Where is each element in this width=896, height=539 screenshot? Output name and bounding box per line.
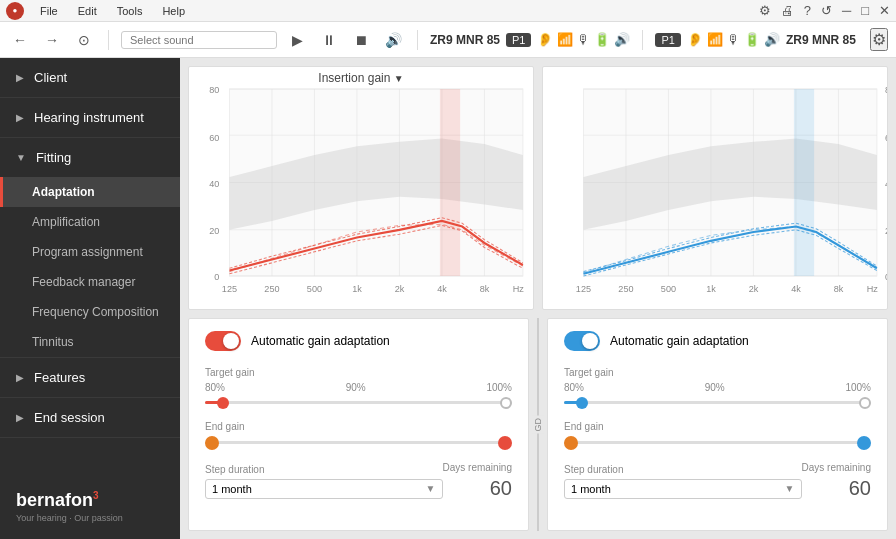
svg-text:125: 125 bbox=[222, 283, 237, 294]
right-end-gain-thumb-left[interactable] bbox=[564, 436, 578, 450]
minimize-icon[interactable]: ─ bbox=[842, 3, 851, 18]
right-device-icons: 👂 📶 🎙 🔋 🔊 bbox=[687, 32, 780, 47]
left-dropdown-arrow-icon: ▼ bbox=[426, 483, 436, 494]
svg-text:4k: 4k bbox=[437, 283, 447, 294]
left-target-gain-slider-track[interactable] bbox=[205, 397, 512, 409]
menu-file[interactable]: File bbox=[36, 3, 62, 19]
select-sound-input[interactable] bbox=[121, 31, 277, 49]
left-target-gain-pct-labels: 80% 90% 100% bbox=[205, 382, 512, 393]
app-logo: ● bbox=[6, 2, 24, 20]
menu-right-icons: ⚙ 🖨 ? ↺ ─ □ ✕ bbox=[759, 3, 890, 18]
sidebar-fitting-header[interactable]: ▼ Fitting bbox=[0, 138, 180, 177]
forward-button[interactable]: → bbox=[40, 28, 64, 52]
right-step-left: Step duration 1 month ▼ bbox=[564, 464, 802, 499]
menu-edit[interactable]: Edit bbox=[74, 3, 101, 19]
back-button[interactable]: ← bbox=[8, 28, 32, 52]
sidebar-hearing-label: Hearing instrument bbox=[34, 110, 144, 125]
left-end-gain-bg bbox=[205, 441, 512, 444]
stop-button[interactable]: ⏹ bbox=[349, 28, 373, 52]
settings-icon[interactable]: ⚙ bbox=[759, 3, 771, 18]
sidebar-item-frequency-composition[interactable]: Frequency Composition bbox=[0, 297, 180, 327]
mic-icon-left: 🎙 bbox=[577, 32, 590, 47]
left-target-gain-thumb[interactable] bbox=[217, 397, 229, 409]
svg-rect-12 bbox=[440, 89, 460, 276]
mic-icon-right: 🎙 bbox=[727, 32, 740, 47]
right-end-gain-section: End gain bbox=[564, 421, 871, 450]
content-area: Insertion gain ▼ bbox=[180, 58, 896, 539]
sidebar-features-header[interactable]: ▶ Features bbox=[0, 358, 180, 397]
sidebar-hearing-header[interactable]: ▶ Hearing instrument bbox=[0, 98, 180, 137]
svg-text:Hz: Hz bbox=[513, 283, 524, 294]
close-icon[interactable]: ✕ bbox=[879, 3, 890, 18]
sidebar-section-fitting: ▼ Fitting Adaptation Amplification Progr… bbox=[0, 138, 180, 358]
left-target-gain-label: Target gain bbox=[205, 367, 512, 378]
right-end-gain-thumb-right[interactable] bbox=[857, 436, 871, 450]
left-end-gain-thumb-left[interactable] bbox=[205, 436, 219, 450]
sidebar-item-tinnitus[interactable]: Tinnitus bbox=[0, 327, 180, 357]
right-panel-title: Automatic gain adaptation bbox=[610, 334, 749, 348]
svg-text:20: 20 bbox=[209, 225, 219, 236]
sidebar-item-amplification[interactable]: Amplification bbox=[0, 207, 180, 237]
main-layout: ▶ Client ▶ Hearing instrument ▼ Fitting … bbox=[0, 58, 896, 539]
right-target-gain-thumb-right[interactable] bbox=[859, 397, 871, 409]
home-button[interactable]: ⊙ bbox=[72, 28, 96, 52]
menu-help[interactable]: Help bbox=[158, 3, 189, 19]
left-device-section: ZR9 MNR 85 P1 👂 📶 🎙 🔋 🔊 bbox=[430, 32, 630, 47]
right-device-name: ZR9 MNR 85 bbox=[786, 33, 856, 47]
right-target-gain-pct-labels: 80% 90% 100% bbox=[564, 382, 871, 393]
sidebar-item-feedback-manager[interactable]: Feedback manager bbox=[0, 267, 180, 297]
right-panel-header: Automatic gain adaptation bbox=[564, 331, 871, 351]
right-device-section: P1 👂 📶 🎙 🔋 🔊 ZR9 MNR 85 bbox=[655, 32, 855, 47]
svg-text:2k: 2k bbox=[395, 283, 405, 294]
wifi-icon-right: 📶 bbox=[707, 32, 723, 47]
left-end-gain-track-container bbox=[205, 436, 512, 450]
right-step-dropdown[interactable]: 1 month ▼ bbox=[564, 479, 802, 499]
bottom-area: Automatic gain adaptation Target gain 80… bbox=[180, 318, 896, 539]
print-icon[interactable]: 🖨 bbox=[781, 3, 794, 18]
volume-button[interactable]: 🔊 bbox=[381, 28, 405, 52]
sidebar-end-session-header[interactable]: ▶ End session bbox=[0, 398, 180, 437]
toolbar-sep2 bbox=[417, 30, 418, 50]
sidebar-end-session-label: End session bbox=[34, 410, 105, 425]
maximize-icon[interactable]: □ bbox=[861, 3, 869, 18]
restore-icon[interactable]: ↺ bbox=[821, 3, 832, 18]
sidebar-item-program-assignment[interactable]: Program assignment bbox=[0, 237, 180, 267]
left-target-gain-thumb-right[interactable] bbox=[500, 397, 512, 409]
right-target-gain-thumb[interactable] bbox=[576, 397, 588, 409]
right-target-gain-slider-track[interactable] bbox=[564, 397, 871, 409]
right-dropdown-arrow-icon: ▼ bbox=[785, 483, 795, 494]
left-end-gain-thumb-right[interactable] bbox=[498, 436, 512, 450]
chart-area: Insertion gain ▼ bbox=[180, 58, 896, 318]
right-step-row: Step duration 1 month ▼ Days remaining 6… bbox=[564, 462, 871, 500]
toolbar-settings-button[interactable]: ⚙ bbox=[870, 28, 888, 51]
svg-text:20: 20 bbox=[885, 225, 887, 236]
svg-text:250: 250 bbox=[264, 283, 279, 294]
svg-rect-38 bbox=[794, 89, 814, 276]
svg-text:80: 80 bbox=[209, 84, 219, 95]
svg-text:40: 40 bbox=[885, 178, 887, 189]
sidebar: ▶ Client ▶ Hearing instrument ▼ Fitting … bbox=[0, 58, 180, 539]
left-chart-svg: 80 60 40 20 0 125 250 500 1k 2k 4k 8k Hz bbox=[189, 67, 533, 309]
left-device-name: ZR9 MNR 85 bbox=[430, 33, 500, 47]
svg-text:500: 500 bbox=[661, 283, 676, 294]
left-toggle-switch[interactable] bbox=[205, 331, 241, 351]
svg-text:0: 0 bbox=[214, 271, 219, 282]
sidebar-item-adaptation[interactable]: Adaptation bbox=[0, 177, 180, 207]
right-target-gain-section: Target gain 80% 90% 100% bbox=[564, 367, 871, 409]
pause-button[interactable]: ⏸ bbox=[317, 28, 341, 52]
left-slider-bg bbox=[205, 401, 512, 404]
left-step-dropdown[interactable]: 1 month ▼ bbox=[205, 479, 443, 499]
ear-icon-left: 👂 bbox=[537, 32, 553, 47]
fitting-chevron-icon: ▼ bbox=[16, 152, 26, 163]
help-icon[interactable]: ? bbox=[804, 3, 811, 18]
toolbar-separator bbox=[108, 30, 109, 50]
right-control-panel: Automatic gain adaptation Target gain 80… bbox=[547, 318, 888, 531]
play-button[interactable]: ▶ bbox=[285, 28, 309, 52]
bernafon-tagline: Your hearing · Our passion bbox=[16, 513, 164, 523]
menu-tools[interactable]: Tools bbox=[113, 3, 147, 19]
sidebar-client-header[interactable]: ▶ Client bbox=[0, 58, 180, 97]
right-chart-panel: 80 60 40 20 0 125 250 500 1k 2k 4k 8k Hz bbox=[542, 66, 888, 310]
right-toggle-switch[interactable] bbox=[564, 331, 600, 351]
sidebar-client-label: Client bbox=[34, 70, 67, 85]
svg-text:Hz: Hz bbox=[867, 283, 878, 294]
